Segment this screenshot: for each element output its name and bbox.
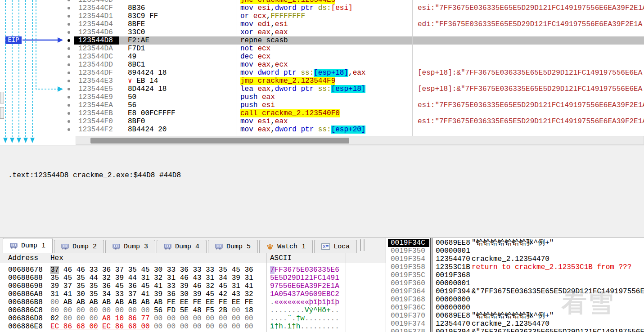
disasm-row[interactable]: 123544E3∨ EB 14jmp crackme_2.123544F9 <box>0 77 644 85</box>
disasm-row[interactable]: 123544D48BFEmov edi,esiedi:"FF3675E03633… <box>0 20 644 28</box>
breakpoint-gutter[interactable] <box>65 12 74 20</box>
hex-group[interactable]: 00 00 00 00 <box>50 306 98 314</box>
hex-group[interactable]: 34 33 37 41 <box>102 290 150 298</box>
stack-row[interactable]: 0019F3780019F394&"7FF3675E036335E65E5D29… <box>388 328 644 332</box>
stack-row[interactable]: 0019F37412354470crackme_2.12354470 <box>388 320 644 328</box>
stack-row[interactable]: 0019F34C00689EE8"铪铪铪铪铪铪铪驱^例+" <box>388 239 644 247</box>
tab-dump-3[interactable]: Dump 3 <box>105 240 155 253</box>
breakpoint-gutter[interactable] <box>65 28 74 36</box>
stack-row[interactable]: 0019F35C0019F368 <box>388 271 644 279</box>
dump-address: 00688678 <box>8 266 43 274</box>
disasm-row[interactable]: 123544DC49dec ecx <box>0 53 644 61</box>
breakpoint-dot-icon <box>68 88 70 90</box>
disasm-row[interactable]: 123544DAF7D1not ecx <box>0 45 644 53</box>
stack-row[interactable]: 0019F35412354470crackme_2.12354470 <box>388 255 644 263</box>
disasm-address-text: 123544D8 <box>74 36 119 45</box>
hex-group[interactable]: AB FE EE FE <box>154 298 202 306</box>
hex-group[interactable]: 39 36 30 39 <box>154 290 202 298</box>
breakpoint-dot-icon <box>68 15 70 18</box>
breakpoint-gutter[interactable] <box>65 69 74 77</box>
hex-group[interactable]: 56 FD 5E 48 <box>154 306 202 314</box>
tab-watch-1[interactable]: Watch 1 <box>259 240 313 253</box>
tab-dump-2[interactable]: Dump 2 <box>54 240 104 253</box>
dump-row[interactable]: 006886C800 00 00 0000 00 00 0056 FD 5E 4… <box>0 306 386 314</box>
disasm-row[interactable]: 123544D8F2:AErepne scasb <box>0 36 644 45</box>
disasm-comment: [esp+18]:&"7FF3675E036335E65E5D29D121FC1… <box>412 85 644 93</box>
dump-row[interactable]: 006886A831 41 30 3534 33 37 4139 36 30 3… <box>0 290 386 298</box>
disasm-row[interactable]: 123544EA56push esiesi:"7FF3675E036335E65… <box>0 101 644 109</box>
hex-group[interactable]: 35 45 35 44 <box>50 274 98 282</box>
dump-row[interactable]: 006886E8EC 86 68 00EC 86 68 0000 00 00 0… <box>0 323 386 331</box>
tab-dump-1[interactable]: Dump 1 <box>3 238 53 253</box>
hex-group[interactable]: 33 35 45 36 <box>206 266 253 274</box>
breakpoint-gutter[interactable] <box>65 36 74 45</box>
hex-group[interactable]: EC 86 68 00 <box>102 323 150 331</box>
hex-group[interactable]: 00 00 00 00 <box>102 306 150 314</box>
stack-row[interactable]: 0019F35812353C1Breturn to crackme_2.1235… <box>388 263 644 271</box>
hex-group[interactable]: AB AB AB AB <box>102 298 150 306</box>
hex-group[interactable]: 31 41 30 35 <box>50 290 98 298</box>
disasm-row[interactable]: 123544E58D4424 18lea eax,dword ptr ss:[e… <box>0 85 644 93</box>
disasm-row[interactable]: 123544DD8BC1mov eax,ecx <box>0 61 644 69</box>
hex-group[interactable]: 37 46 46 33 <box>50 266 98 274</box>
disasm-address-text: 123544DF <box>78 69 113 77</box>
hex-group[interactable]: 00 00 00 00 <box>154 323 202 331</box>
hex-group[interactable]: 30 33 36 33 <box>154 266 202 274</box>
dump-hex-bytes: 39 37 35 3536 45 36 4541 33 39 4632 45 3… <box>50 282 257 290</box>
hex-group[interactable]: 45 42 43 32 <box>206 290 253 298</box>
breakpoint-gutter[interactable] <box>65 85 74 93</box>
hex-group[interactable]: 32 45 31 41 <box>206 282 253 290</box>
dump-row[interactable]: 0068867837 46 46 3336 37 35 4530 33 36 3… <box>0 266 386 274</box>
horizontal-scrollbar[interactable] <box>0 136 644 145</box>
hex-group[interactable]: 36 37 35 45 <box>102 266 150 274</box>
disasm-row[interactable]: 123544E950push eax <box>0 93 644 101</box>
hex-group[interactable]: 39 37 35 35 <box>50 282 98 290</box>
disasm-row[interactable]: 123544CDjne crackme_2.123544E5 <box>0 0 644 4</box>
breakpoint-gutter[interactable] <box>65 109 74 117</box>
stack-row[interactable]: 0019F35000000001 <box>388 247 644 255</box>
breakpoint-gutter[interactable] <box>65 4 74 12</box>
hex-group[interactable]: 32 31 46 43 <box>154 274 202 282</box>
hex-group[interactable]: 02 00 00 00 <box>50 314 98 323</box>
hex-group[interactable]: EC 86 68 00 <box>50 323 98 331</box>
hex-group[interactable]: 00 AB AB AB <box>50 298 98 306</box>
breakpoint-gutter[interactable] <box>65 45 74 53</box>
tabbar-grip[interactable] <box>360 239 365 251</box>
dump-row[interactable]: 0068869839 37 35 3536 45 36 4541 33 39 4… <box>0 282 386 290</box>
hex-group[interactable]: 36 45 36 45 <box>102 282 150 290</box>
tab-dump-4[interactable]: Dump 4 <box>157 240 207 253</box>
disasm-row[interactable]: 123544F08BF0mov esi,eaxesi:"7FF3675E0363… <box>0 117 644 126</box>
hex-group[interactable]: 00 00 00 00 <box>206 314 253 323</box>
dump-row[interactable]: 006886D802 00 00 00A8 10 86 7700 00 00 0… <box>0 314 386 323</box>
disasm-row[interactable]: 123544D633C0xor eax,eax <box>0 28 644 36</box>
breakpoint-gutter[interactable] <box>65 53 74 61</box>
hex-group[interactable]: 00 00 00 00 <box>206 323 253 331</box>
breakpoint-gutter[interactable] <box>65 101 74 109</box>
disasm-row[interactable]: 123544CF8B36mov esi,dword ptr ds:[esi]es… <box>0 4 644 12</box>
dump-row[interactable]: 0068868835 45 35 4432 39 44 3132 31 46 4… <box>0 274 386 282</box>
hex-group[interactable]: F5 2B 00 18 <box>206 306 253 314</box>
scrollbar-track[interactable] <box>76 136 644 145</box>
tab-dump-5[interactable]: Dump 5 <box>208 240 258 253</box>
disasm-row[interactable]: 123544F28B4424 20mov eax,dword ptr ss:[e… <box>0 126 644 134</box>
hex-group[interactable]: 32 39 44 31 <box>102 274 150 282</box>
flow-gutter <box>0 85 65 93</box>
hex-group[interactable]: 00 00 00 00 <box>154 314 202 323</box>
hex-group[interactable]: 31 34 39 31 <box>206 274 253 282</box>
dump-row[interactable]: 006886B800 AB AB ABAB AB AB ABAB FE EE F… <box>0 298 386 306</box>
hex-group[interactable]: A8 10 86 77 <box>102 314 150 323</box>
hex-group[interactable]: EE FE EE FE <box>206 298 253 306</box>
disasm-row[interactable]: 123544DF894424 18mov dword ptr ss:[esp+1… <box>0 69 644 77</box>
breakpoint-gutter[interactable] <box>65 61 74 69</box>
breakpoint-gutter[interactable] <box>65 126 74 134</box>
disasm-row[interactable]: 123544EBE8 00FCFFFFcall crackme_2.123540… <box>0 109 644 117</box>
breakpoint-gutter[interactable] <box>65 117 74 126</box>
breakpoint-gutter[interactable] <box>65 77 74 85</box>
hex-group[interactable]: 41 33 39 46 <box>154 282 202 290</box>
breakpoint-gutter[interactable] <box>65 20 74 28</box>
dump-address: 006886A8 <box>8 290 43 298</box>
scrollbar-thumb[interactable] <box>90 138 349 144</box>
breakpoint-gutter[interactable] <box>65 93 74 101</box>
disasm-row[interactable]: 123544D183C9 FFor ecx,FFFFFFFF <box>0 12 644 20</box>
tab-loca[interactable]: x=Loca <box>314 240 357 253</box>
